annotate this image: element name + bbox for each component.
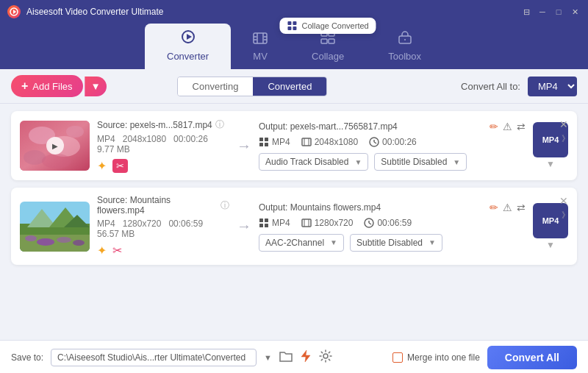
enhance-icon-2[interactable]: ✦ [97, 244, 107, 257]
info-icon-1[interactable]: ⓘ [215, 118, 224, 131]
output-meta-1: MP4 2048x1080 00:00:26 [259, 137, 526, 147]
dropdown-path-arrow[interactable]: ▼ [264, 353, 272, 362]
add-files-button[interactable]: + Add Files [11, 75, 83, 97]
save-path-input[interactable] [51, 349, 257, 366]
file-meta-1: MP4 2048x1080 00:00:26 9.77 MB [97, 134, 229, 154]
warning-icon-2[interactable]: ⚠ [503, 202, 512, 213]
svg-marker-3 [187, 34, 192, 40]
window-controls: ⊟ ─ □ ✕ [520, 6, 581, 18]
badge-dropdown-2[interactable]: ▼ [546, 240, 555, 250]
thumbnail-2 [20, 202, 90, 252]
svg-point-44 [37, 238, 54, 246]
expand-file-2[interactable]: 》 [562, 210, 570, 221]
svg-line-56 [369, 223, 371, 224]
edit-output-1[interactable]: ✏ [490, 121, 498, 132]
audio-chevron-2: ▼ [330, 238, 337, 246]
toolbar: + Add Files ▼ Converting Converted Conve… [0, 69, 588, 104]
file-item-1: ▶ Source: pexels-m...5817.mp4 ⓘ MP4 2048… [11, 111, 577, 180]
badge-dropdown-1[interactable]: ▼ [546, 159, 555, 169]
svg-point-26 [42, 154, 71, 168]
convert-all-label: Convert All to: [461, 81, 520, 92]
subtitle-chevron-1: ▼ [453, 158, 460, 166]
out-duration-2: 00:06:59 [364, 218, 412, 228]
settings-icon[interactable] [319, 349, 332, 366]
svg-rect-12 [293, 21, 297, 25]
output-section-2: Output: Mountains flowers.mp4 ✏ ⚠ ⇄ MP4 … [259, 202, 526, 252]
output-meta-2: MP4 1280x720 00:06:59 [259, 218, 526, 228]
tab-collage[interactable]: Collage Converted Collage [290, 25, 366, 69]
cut-icon-2[interactable]: ✂ [112, 244, 122, 257]
svg-point-58 [323, 354, 328, 358]
maximize-btn[interactable]: □ [553, 6, 564, 18]
file-actions-1: ✦ ✂ [97, 159, 229, 173]
cut-icon-1[interactable]: ✂ [112, 159, 128, 173]
out-resolution-1: 2048x1080 [301, 137, 358, 147]
svg-rect-50 [265, 224, 268, 227]
app-logo [7, 5, 21, 18]
format-select[interactable]: MP4 [528, 77, 577, 96]
subtitle-chevron-2: ▼ [429, 238, 436, 246]
toolbox-icon [398, 31, 412, 48]
thumbnail-1: ▶ [20, 121, 90, 171]
svg-rect-13 [288, 26, 292, 30]
move-icon-2[interactable]: ⇄ [517, 202, 526, 213]
enhance-icon-1[interactable]: ✦ [97, 159, 107, 173]
tab-converter[interactable]: Converter [145, 24, 231, 69]
converter-icon [181, 29, 196, 48]
format-2: MP4 [97, 219, 115, 229]
source-label-1: Source: pexels-m...5817.mp4 ⓘ [97, 118, 229, 131]
arrow-1: → [237, 138, 251, 154]
svg-rect-18 [329, 39, 334, 43]
bottom-bar: Save to: ▼ Merge into one file Convert A… [0, 340, 588, 373]
file-item-2: Source: Mountains flowers.mp4 ⓘ MP4 1280… [11, 188, 577, 265]
close-btn[interactable]: ✕ [569, 6, 581, 18]
svg-rect-48 [265, 219, 268, 222]
svg-point-45 [57, 237, 71, 243]
svg-rect-49 [259, 224, 263, 227]
badge-format-1: MP4 [542, 135, 559, 144]
output-controls-1: Audio Track Disabled ▼ Subtitle Disabled… [259, 153, 526, 171]
svg-point-46 [73, 240, 85, 246]
audio-track-select-1[interactable]: Audio Track Disabled ▼ [259, 153, 368, 171]
output-header-1: Output: pexels-mart...7565817.mp4 ✏ ⚠ ⇄ [259, 121, 526, 132]
tab-toolbox-label: Toolbox [388, 51, 421, 62]
output-section-1: Output: pexels-mart...7565817.mp4 ✏ ⚠ ⇄ … [259, 121, 526, 171]
svg-rect-28 [265, 138, 268, 141]
tab-mv[interactable]: MV [231, 26, 290, 69]
message-btn[interactable]: ⊟ [520, 6, 532, 18]
subtitle-select-2[interactable]: Subtitle Disabled ▼ [350, 234, 442, 252]
tab-collage-label: Collage [312, 51, 344, 62]
tab-converted[interactable]: Converted [253, 77, 326, 96]
tab-converting[interactable]: Converting [178, 77, 254, 96]
subtitle-select-1[interactable]: Subtitle Disabled ▼ [374, 153, 467, 171]
warning-icon-1[interactable]: ⚠ [503, 121, 512, 132]
close-file-2[interactable]: ✕ [556, 193, 571, 208]
size-1: 9.77 MB [97, 144, 130, 154]
svg-rect-27 [259, 138, 263, 141]
nav-tabs: Converter MV Collage Converted Collage T… [0, 24, 588, 69]
folder-icon[interactable] [279, 350, 293, 365]
badge-format-2: MP4 [542, 216, 559, 225]
info-icon-2[interactable]: ⓘ [220, 199, 229, 212]
play-button-1[interactable]: ▶ [46, 137, 64, 154]
merge-checkbox[interactable] [392, 352, 403, 363]
audio-chevron-1: ▼ [354, 158, 362, 166]
move-icon-1[interactable]: ⇄ [517, 121, 526, 132]
tab-converter-label: Converter [167, 51, 209, 62]
audio-track-select-2[interactable]: AAC-2Channel ▼ [259, 234, 344, 252]
svg-point-43 [25, 235, 37, 241]
svg-rect-29 [259, 143, 263, 146]
svg-rect-51 [302, 219, 311, 227]
main-content: ▶ Source: pexels-m...5817.mp4 ⓘ MP4 2048… [0, 104, 588, 340]
tab-toolbox[interactable]: Toolbox [366, 25, 443, 69]
add-files-dropdown[interactable]: ▼ [85, 77, 107, 96]
convert-all-button[interactable]: Convert All [487, 346, 577, 369]
svg-rect-30 [265, 143, 268, 146]
edit-output-2[interactable]: ✏ [490, 202, 498, 213]
close-file-1[interactable]: ✕ [556, 117, 571, 132]
flash-icon[interactable] [300, 349, 312, 366]
expand-file-1[interactable]: 》 [562, 133, 570, 144]
converting-converted-tabs: Converting Converted [177, 77, 328, 96]
minimize-btn[interactable]: ─ [537, 6, 548, 18]
file-actions-2: ✦ ✂ [97, 244, 229, 257]
